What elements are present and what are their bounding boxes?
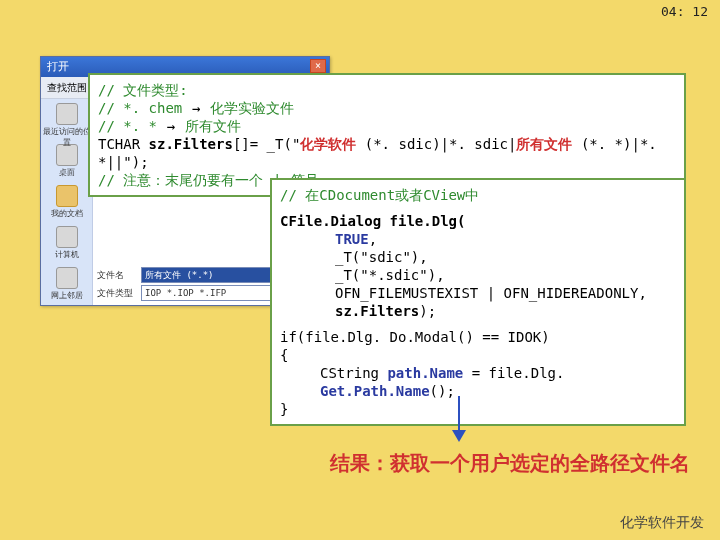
- footer-text: 化学软件开发: [620, 514, 704, 532]
- result-text: 结果：获取一个用户选定的全路径文件名: [330, 450, 690, 477]
- sidebar-item[interactable]: 计算机: [41, 222, 92, 263]
- arrow-head-icon: [452, 430, 466, 442]
- timestamp: 04: 12: [661, 4, 708, 19]
- close-icon[interactable]: ×: [310, 59, 326, 73]
- sidebar-item[interactable]: 我的文档: [41, 181, 92, 222]
- sidebar-item[interactable]: 网上邻居: [41, 263, 92, 304]
- places-sidebar: 最近访问的位置 桌面 我的文档 计算机 网上邻居: [41, 99, 93, 305]
- var-szfilters: sz.Filters: [149, 136, 233, 152]
- comment: // 文件类型:: [98, 82, 188, 98]
- comment: // 在CDocument或者CView中: [280, 186, 676, 204]
- filename-label: 文件名: [97, 269, 137, 282]
- arrow-down-icon: [458, 396, 460, 432]
- filetype-label: 文件类型: [97, 287, 137, 300]
- sidebar-item[interactable]: 最近访问的位置: [41, 99, 92, 140]
- code-box-dialog: // 在CDocument或者CView中 CFile.Dialog file.…: [270, 178, 686, 426]
- dialog-title: 打开: [47, 60, 69, 73]
